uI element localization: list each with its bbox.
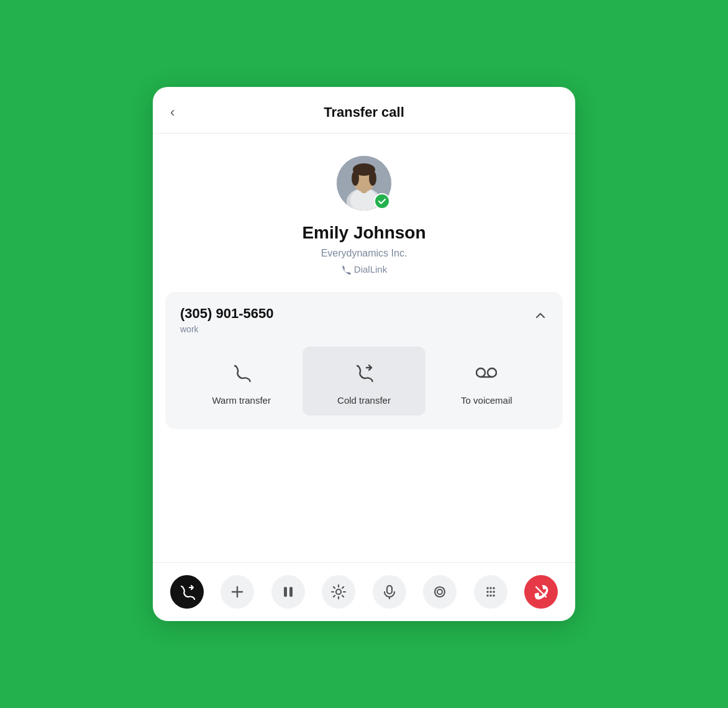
company-name: Everydynamics Inc. (321, 248, 407, 259)
svg-point-9 (488, 368, 496, 377)
back-button[interactable]: ‹ (168, 103, 177, 122)
transfer-actions: Warm transfer Cold transfer (180, 347, 548, 415)
online-status-badge (374, 193, 390, 209)
cold-transfer-icon (348, 356, 380, 389)
svg-point-20 (493, 587, 495, 589)
svg-rect-14 (387, 586, 392, 594)
page-title: Transfer call (324, 104, 404, 120)
svg-point-24 (486, 594, 489, 597)
warm-transfer-icon (225, 356, 258, 389)
svg-point-17 (437, 589, 442, 594)
phone-small-icon (341, 265, 351, 275)
svg-rect-11 (284, 587, 287, 597)
end-call-button[interactable] (524, 575, 558, 609)
svg-point-16 (435, 587, 445, 597)
phone-info: (305) 901-5650 work (180, 306, 273, 334)
pause-icon (280, 584, 296, 600)
transfer-toolbar-button[interactable] (170, 575, 204, 609)
cold-transfer-label: Cold transfer (337, 395, 391, 406)
svg-point-13 (336, 589, 341, 594)
voicemail-label: To voicemail (461, 395, 512, 406)
transfer-toolbar-icon (179, 584, 195, 600)
end-call-icon (533, 584, 549, 600)
svg-point-6 (352, 171, 359, 186)
svg-point-22 (489, 591, 492, 593)
avatar-wrapper (337, 156, 391, 211)
app-label: DialLink (341, 264, 387, 275)
svg-point-25 (489, 594, 492, 597)
warm-transfer-label: Warm transfer (212, 395, 270, 406)
svg-point-26 (493, 594, 495, 597)
phone-number: (305) 901-5650 (180, 306, 273, 322)
svg-point-23 (493, 591, 495, 593)
svg-point-18 (486, 587, 489, 589)
phone-card: (305) 901-5650 work Warm transfer (165, 292, 563, 429)
call-card: ‹ Transfer call (153, 87, 575, 621)
chevron-up-icon[interactable] (533, 308, 548, 326)
keypad-button[interactable] (474, 575, 507, 609)
hold-button[interactable] (271, 575, 305, 609)
toolbar (153, 562, 575, 621)
record-button[interactable] (423, 575, 457, 609)
keypad-icon (483, 584, 499, 600)
header: ‹ Transfer call (153, 87, 575, 134)
phone-type: work (180, 324, 273, 334)
phone-card-header: (305) 901-5650 work (180, 306, 548, 334)
voicemail-icon (470, 356, 503, 389)
warm-transfer-button[interactable]: Warm transfer (180, 347, 303, 415)
gear-icon (330, 584, 347, 600)
settings-button[interactable] (322, 575, 355, 609)
cold-transfer-button[interactable]: Cold transfer (303, 347, 425, 415)
voicemail-button[interactable]: To voicemail (425, 347, 548, 415)
add-button[interactable] (221, 575, 254, 609)
svg-point-7 (369, 171, 376, 186)
profile-section: Emily Johnson Everydynamics Inc. DialLin… (153, 134, 575, 292)
svg-rect-12 (289, 587, 293, 597)
svg-point-21 (486, 591, 489, 593)
svg-point-19 (489, 587, 492, 589)
add-icon (229, 584, 245, 600)
mute-button[interactable] (373, 575, 406, 609)
record-icon (432, 584, 448, 600)
svg-point-8 (476, 368, 485, 377)
microphone-icon (381, 584, 398, 600)
contact-name: Emily Johnson (302, 223, 425, 243)
